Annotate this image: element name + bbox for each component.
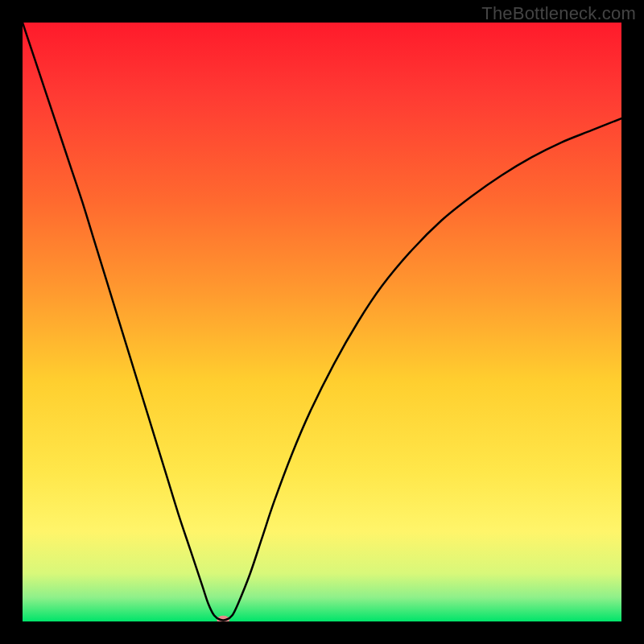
chart-frame: TheBottleneck.com xyxy=(0,0,644,644)
plot-area xyxy=(23,23,621,621)
chart-svg xyxy=(23,23,621,621)
watermark-text: TheBottleneck.com xyxy=(481,3,636,24)
chart-background xyxy=(23,23,621,621)
